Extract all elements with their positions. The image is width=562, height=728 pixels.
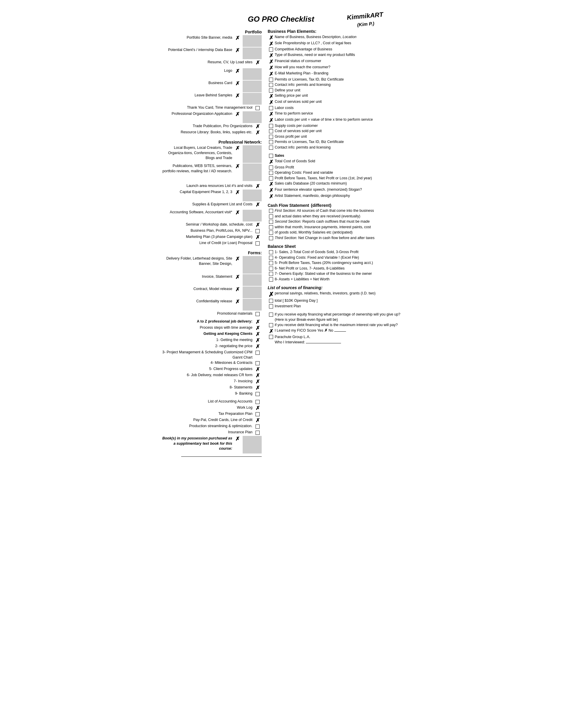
checkbox-x: ✗ (269, 188, 274, 193)
checkbox-empty (269, 231, 273, 235)
checkbox-x: ✗ (235, 436, 240, 441)
checkbox-x: ✗ (235, 190, 240, 195)
financing-section-title: List of sources of financing: (268, 285, 407, 290)
list-item: total [ $10K Opening Day ] (268, 298, 407, 304)
list-item: 1- Sales, 2-Total Cost of Goods Sold, 3-… (268, 250, 407, 255)
checkbox-empty (269, 124, 273, 128)
list-item: Accounting Software, Accountant visit* ✗ (161, 210, 262, 221)
checkbox-empty (256, 229, 260, 233)
checkbox-x: ✗ (235, 48, 240, 53)
list-item: ✗ Total Cost of Goods Sold (268, 159, 407, 165)
list-item: Trade Publication, Pro Organizations ✗ (161, 124, 262, 129)
checkbox-empty (269, 135, 273, 139)
list-item: Supply costs per customer (268, 123, 407, 129)
list-item: and actual dates when they are received … (268, 214, 407, 219)
grey-box (243, 81, 262, 92)
grey-box (243, 111, 262, 123)
list-item: Parachute Group L.A. (268, 334, 407, 340)
grey-box (243, 68, 262, 80)
checkbox-empty (269, 304, 273, 308)
checkbox-empty (256, 106, 260, 110)
list-item: Contract, Model release ✗ (161, 287, 262, 298)
checkbox-empty (269, 323, 273, 327)
title-text: GO PRO Checklist (248, 15, 314, 23)
list-item: 5- Profit Before Taxes, Taxes (20% conti… (268, 260, 407, 266)
checkbox-x: ✗ (256, 405, 260, 411)
checkbox-empty (269, 154, 273, 158)
checkbox-empty (256, 400, 260, 404)
checkbox-x: ✗ (256, 373, 260, 378)
checkbox-empty (269, 272, 273, 276)
grey-box (243, 93, 262, 105)
checkbox-empty (269, 236, 273, 240)
checkbox-x: ✗ (256, 184, 260, 189)
list-item: 7- Owners Equity: Stated value of the bu… (268, 271, 407, 277)
checkbox-x: ✗ (256, 332, 260, 337)
right-column: Business Plan Elements: ✗ Name of Busine… (268, 25, 407, 345)
list-item: 4- Milestones & Contracts (161, 360, 262, 366)
list-item: Second Section: Reports cash outflows th… (268, 219, 407, 224)
list-item: Gross profit per unit (268, 134, 407, 139)
checkbox-x: ✗ (269, 194, 274, 199)
list-item: ✗ Artist Statement, manifesto, design ph… (268, 193, 407, 199)
page-container: GO PRO Checklist KimmikART(Kim P.) Portf… (149, 6, 413, 722)
checkbox-x: ✗ (256, 319, 260, 325)
list-item: Professional Organization Application ✗ (161, 111, 262, 123)
checkbox-x: ✗ (256, 235, 260, 240)
list-item: ✗ Labor costs per unit = value of time x… (268, 117, 407, 123)
list-item: ✗ Time to perform service (268, 111, 407, 117)
list-item: Profit Before Taxes, Taxes, Net Profit o… (268, 176, 407, 181)
list-item: ✗ Financial status of consumer (268, 59, 407, 64)
list-item: Local Buyers, Local Creators, Trade Orga… (161, 145, 262, 163)
checkbox-empty (269, 129, 273, 133)
checkbox-empty (269, 176, 273, 180)
list-item: Supplies & Equipment List and Costs ✗ (161, 202, 262, 208)
checkbox-x: ✗ (269, 35, 274, 40)
portfolio-section-title: Portfolio (161, 30, 262, 34)
cashflow-section-title: Cash Flow Statement (different) (268, 203, 407, 208)
list-item: Resource Library: Books, links, supplies… (161, 130, 262, 136)
grey-box (243, 256, 262, 274)
checkbox-empty (269, 225, 273, 229)
checkbox-empty (269, 267, 273, 271)
list-item: Line of Credit (or Loan) Proposal (161, 241, 262, 246)
list-item: Work Log ✗ (161, 405, 262, 411)
checkbox-empty (256, 351, 260, 355)
grey-box (243, 35, 262, 47)
list-item: if you receive equity financing what per… (268, 312, 407, 322)
checkbox-empty (269, 209, 273, 213)
checkbox-empty (269, 261, 273, 265)
list-item: of goods sold, Monthly Salaries etc (ant… (268, 230, 407, 235)
checkbox-empty (269, 166, 273, 170)
checkbox-x: ✗ (235, 164, 240, 169)
list-item: ✗ Selling price per unit (268, 93, 407, 99)
checkbox-x: ✗ (269, 100, 274, 105)
checkbox-x: ✗ (269, 53, 274, 58)
checkbox-x: ✗ (269, 41, 274, 47)
list-item: ✗ Sole Propreitorship or LLC? , Cost of … (268, 41, 407, 47)
checkbox-empty (256, 312, 260, 316)
checkbox-x: ✗ (269, 65, 274, 71)
list-item: ✗ Four sentence elevator speech. (memori… (268, 187, 407, 193)
list-item: Define your unit (268, 88, 407, 93)
list-item: Getting and Keeping Clients ✗ (161, 331, 262, 337)
list-item: 6- Job Delivery, model releases CR form … (161, 373, 262, 379)
list-item: Publications, WEB SITES, seminars, portf… (161, 163, 262, 181)
checkbox-empty (269, 78, 273, 82)
list-item: Launch area resources List #'s and visit… (161, 183, 262, 189)
checkbox-x: ✗ (235, 93, 240, 98)
list-item: 5- Client Progress updates ✗ (161, 366, 262, 372)
list-item: Insurance Plan (161, 430, 262, 436)
list-item: Thank You Card, Time management tool (161, 105, 262, 111)
list-item: Process steps with time average ✗ (161, 325, 262, 331)
list-item: Permits or Licenses, Tax ID, Biz Certifi… (268, 139, 407, 145)
left-column: Portfolio Portfolio SIte Banner, media ✗… (161, 25, 262, 458)
grey-box (243, 287, 262, 298)
balance-section-title: Balance Sheet (268, 244, 407, 249)
list-item: 1- Getting the meeting ✗ (161, 337, 262, 343)
checkbox-x: ✗ (256, 130, 260, 135)
list-item: Book(s) in my possession purchased as a … (161, 436, 262, 453)
checkbox-x: ✗ (269, 159, 274, 165)
list-item: Resume, CV, Up Load sites ✗ (161, 60, 262, 66)
checkbox-empty (256, 412, 260, 416)
